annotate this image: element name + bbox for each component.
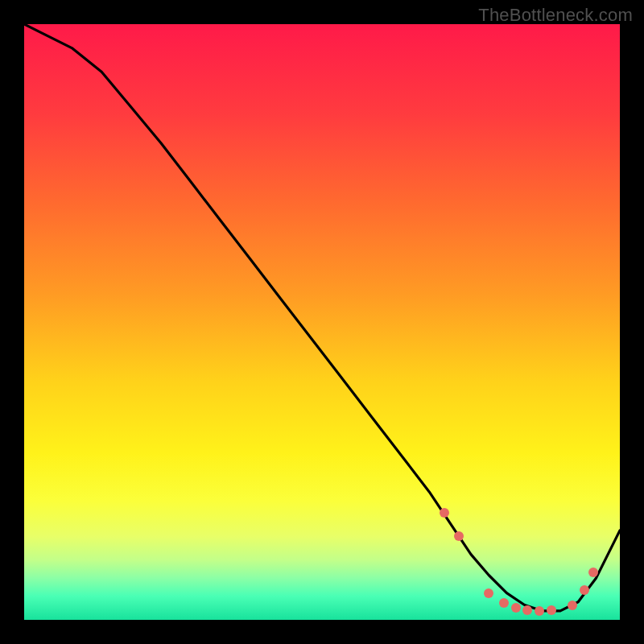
plot-area <box>24 24 620 620</box>
watermark-text: TheBottleneck.com <box>478 5 633 26</box>
gradient-background <box>24 24 620 620</box>
chart-container: TheBottleneck.com <box>0 0 644 644</box>
svg-rect-0 <box>24 24 620 620</box>
